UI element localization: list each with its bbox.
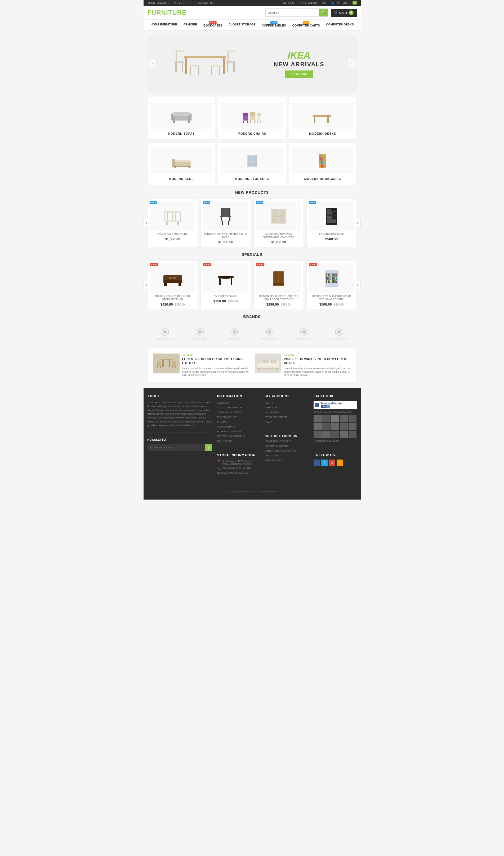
footer-info-link-5[interactable]: SEARCH TERMS: [217, 424, 260, 428]
fb-photo-0: [313, 415, 322, 422]
brand-logo-1[interactable]: COMPANY LOGO: [189, 327, 210, 340]
special-card-2[interactable]: sale MISSION CPU CABINET - PRINTER STN 1…: [253, 261, 304, 309]
nav-item-computer-desks[interactable]: COMPUTER DESKS: [323, 20, 357, 30]
category-modern-chairs[interactable]: MODERN CHAIRS: [218, 97, 286, 140]
specials-prev[interactable]: ‹: [144, 281, 150, 289]
blog-title-1[interactable]: PHASELLUS VARIUS INTER DUM LOREM AC PUL: [284, 357, 351, 365]
search-input[interactable]: [266, 10, 319, 16]
brand-logo-0[interactable]: COMPANY LOGO: [154, 327, 175, 340]
footer-info-link-8[interactable]: CONTACT US: [217, 439, 260, 442]
category-modern-storages[interactable]: MODERN STORAGES: [218, 142, 286, 185]
newsletter-submit[interactable]: ›: [205, 444, 212, 451]
blog-date-0: 7/04/2015: [182, 353, 250, 356]
footer-why-link-0[interactable]: SHIPPING & RETURNS: [265, 439, 308, 443]
rss-follow-icon[interactable]: r: [337, 459, 343, 466]
nav-item-coffee-tables[interactable]: NEW COFFEE TABLES: [259, 20, 289, 30]
svg-rect-101: [329, 216, 331, 219]
svg-rect-7: [182, 63, 183, 72]
category-modern-beds[interactable]: MODERN BEDS: [147, 142, 216, 185]
special-name-1: AMY COFFEE TABLE: [203, 295, 248, 298]
nav-link-closet-storage[interactable]: CLOSET STORAGE: [226, 20, 259, 29]
svg-rect-78: [166, 222, 168, 225]
footer-info-link-1[interactable]: CUSTOMER SERVICE: [217, 405, 260, 409]
hero-prev-button[interactable]: ‹: [149, 59, 156, 68]
new-products-prev[interactable]: ‹: [144, 219, 150, 227]
logo[interactable]: FURNITURE: [147, 9, 187, 16]
hero-next-button[interactable]: ›: [348, 59, 355, 68]
product-price-1: $1,000.00: [218, 240, 233, 244]
twitter-follow-icon[interactable]: t: [321, 459, 328, 466]
footer-why-link-4[interactable]: GROUP SALES: [265, 458, 308, 462]
footer-account-link-4[interactable]: HELP: [265, 420, 308, 423]
special-card-0[interactable]: sale MISSION STYLE THREE DOOR STORAGE BE…: [147, 261, 198, 309]
brand-logo-3[interactable]: COMPANY LOGO: [259, 327, 280, 340]
footer-info-link-6[interactable]: ADVANCED SEARCH: [217, 429, 260, 433]
footer-why-link-1[interactable]: SECURE SHOPPING: [265, 444, 308, 448]
phone-icon: 📞: [217, 467, 221, 470]
specials-next[interactable]: ›: [355, 281, 361, 289]
language-selector[interactable]: YOUR LANGUAGE: ENGLISH: [147, 2, 184, 4]
newsletter-input[interactable]: [147, 444, 205, 451]
cart-button[interactable]: 🛒 CART 0: [331, 9, 357, 17]
oxford-bookcase-img: [321, 269, 342, 287]
footer-why-link-2[interactable]: INTERNATIONAL SHIPPING: [265, 449, 308, 452]
hero-shop-button[interactable]: SHOP NOW!: [285, 70, 313, 78]
brand-text-2: COMPANY LOGO: [226, 338, 243, 340]
footer-info-link-2[interactable]: TEMPLATE SETTINGS: [217, 410, 260, 414]
nav-link-computer-desks[interactable]: COMPUTER DESKS: [323, 20, 357, 29]
header: FURNITURE 🔍 🛒 CART 0: [144, 6, 361, 20]
blog-text-0: Lorem ipsum dolor sit amet conse ctetur …: [182, 367, 250, 377]
footer-account-link-3[interactable]: TRACK MY ORDER: [265, 415, 308, 419]
footer-account-link-0[interactable]: SIGN IN: [265, 401, 308, 404]
footer-info-link-4[interactable]: SITE MAP: [217, 420, 260, 423]
product-card-1[interactable]: new CAROLINA COTTAGE PRAIRIE DINING TABL…: [200, 198, 251, 247]
svg-rect-53: [319, 157, 326, 158]
brand-logo-4[interactable]: COMPANY LOGO: [294, 327, 315, 340]
cart-count: 0: [349, 10, 354, 15]
nav-link-armoire[interactable]: ARMOIRE: [180, 20, 200, 29]
user-icon[interactable]: 👤: [331, 2, 334, 4]
search-button[interactable]: 🔍: [319, 9, 328, 16]
blog-title-0[interactable]: LOREM IPSUM DOLOR SIT AMET CONSE CTETUR: [182, 357, 250, 365]
special-card-1[interactable]: sale AMY COFFEE TABLE $250.00 $300.00: [200, 261, 251, 309]
coffee-table-img: [215, 269, 236, 287]
brand-logo-5[interactable]: COMPANY LOGO: [329, 327, 350, 340]
svg-rect-65: [322, 162, 323, 164]
footer-why-link-3[interactable]: AFFILIATES: [265, 453, 308, 457]
new-products-next[interactable]: ›: [355, 219, 361, 227]
fb-photo-10: [313, 431, 322, 438]
hero-image: [158, 40, 252, 88]
brand-logo-2[interactable]: COMPANY LOGO: [224, 327, 245, 340]
cart-label-top[interactable]: CART: [343, 2, 350, 4]
svg-rect-104: [163, 280, 182, 283]
nav-item-bookcases[interactable]: SALE BOOKCASES: [200, 20, 226, 30]
footer-info-link-7[interactable]: ORDERS AND RETURNS: [217, 434, 260, 438]
cart-icon: 🛒: [334, 11, 338, 14]
svg-rect-105: [164, 283, 167, 286]
footer-info-link-0[interactable]: ABOUT US: [217, 401, 260, 404]
facebook-follow-icon[interactable]: f: [313, 459, 320, 466]
product-card-0[interactable]: new BY AFG BABY FURNITURE $1,500.00: [147, 198, 198, 247]
nav-item-home-furniture[interactable]: HOME FURNITURE: [147, 20, 180, 30]
category-modern-desks[interactable]: MODERN DESKS: [289, 97, 357, 140]
currency-selector[interactable]: CURRENCY: USD: [194, 2, 216, 4]
svg-rect-108: [173, 277, 176, 279]
nav-item-armoire[interactable]: ARMOIRE: [180, 20, 200, 30]
product-card-2[interactable]: new SAUDER HARBOR VIEW ENTERTAINMENT ARM…: [253, 198, 304, 247]
cart-icon-top[interactable]: 🛒: [337, 2, 340, 4]
footer-account-link-1[interactable]: VIEW CART: [265, 405, 308, 409]
footer-store-info-title: STORE INFORMATION: [217, 453, 260, 457]
product-card-3[interactable]: new FOLDING BOOKCASE $500.50: [306, 198, 357, 247]
special-card-3[interactable]: sale: [306, 261, 357, 309]
nav-item-closet-storage[interactable]: CLOSET STORAGE: [226, 20, 259, 30]
fb-section: f TemplateMonster Like f 11,965 people l…: [313, 401, 357, 442]
svg-point-116: [276, 278, 277, 279]
category-modern-bookcases[interactable]: MODERN BOOKCASES: [289, 142, 357, 185]
category-modern-sofas[interactable]: MODERN SOFAS: [147, 97, 216, 140]
nav-badge-sale: SALE: [209, 21, 216, 24]
footer-info-link-3[interactable]: PRIVACY POLICY: [217, 415, 260, 419]
footer-account-link-2[interactable]: MY WISHLIST: [265, 410, 308, 414]
nav-item-computer-carts[interactable]: HOT COMPUTER CARTS: [289, 20, 323, 30]
google-follow-icon[interactable]: g: [329, 459, 335, 466]
nav-link-home-furniture[interactable]: HOME FURNITURE: [147, 20, 180, 29]
